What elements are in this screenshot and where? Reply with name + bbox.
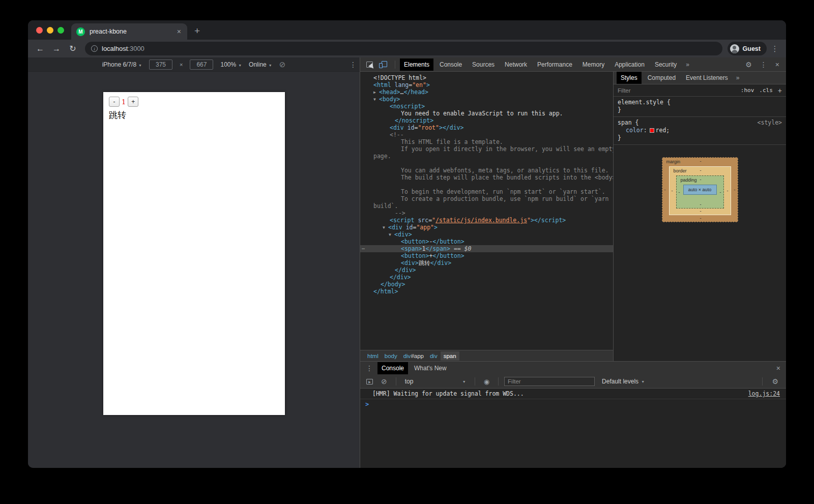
dom-node[interactable]: ▼<body> xyxy=(369,96,613,103)
dom-node[interactable]: <div id="root"></div> xyxy=(369,124,613,131)
maximize-window-button[interactable] xyxy=(57,27,64,34)
dom-node[interactable]: </body> xyxy=(369,281,613,288)
device-height-input[interactable] xyxy=(190,60,213,70)
devtools-tab-console[interactable]: Console xyxy=(435,58,466,71)
styles-tab-event-listeners[interactable]: Event Listeners xyxy=(682,72,732,84)
element-style-rule[interactable]: element.style { } xyxy=(614,97,786,117)
dom-node[interactable]: If you open it directly in the browser, … xyxy=(369,145,613,153)
box-model-padding[interactable]: padding - - - - auto × auto xyxy=(676,175,724,209)
dom-node[interactable]: <button>+</button> xyxy=(369,252,613,259)
dom-node[interactable]: </noscript> xyxy=(369,117,613,124)
zoom-select[interactable]: 100%▼ xyxy=(220,61,242,68)
dom-node[interactable] xyxy=(369,181,613,188)
site-info-icon[interactable]: i xyxy=(91,45,98,52)
settings-gear-icon[interactable]: ⚙ xyxy=(742,61,755,69)
box-model-border[interactable]: border - - - - padding - - - xyxy=(669,166,731,215)
devtools-tab-elements[interactable]: Elements xyxy=(400,58,433,71)
breadcrumb-item-body[interactable]: body xyxy=(382,351,400,361)
device-select[interactable]: iPhone 6/7/8▼ xyxy=(102,61,142,68)
devtools-tab-security[interactable]: Security xyxy=(651,58,681,71)
dom-node[interactable]: <html lang="en"> xyxy=(369,81,613,88)
new-tab-button[interactable]: + xyxy=(187,25,200,40)
dom-node[interactable]: <!DOCTYPE html> xyxy=(369,74,613,81)
span-style-rule[interactable]: span { <style> color:red; } xyxy=(614,117,786,145)
browser-tab[interactable]: M preact-kbone × xyxy=(71,23,187,40)
rule-source-link[interactable]: <style> xyxy=(758,119,782,127)
new-style-rule-icon[interactable]: + xyxy=(778,86,782,95)
more-tabs-icon[interactable]: » xyxy=(733,74,743,81)
console-tab-what-s-new[interactable]: What's New xyxy=(410,362,451,374)
dom-node[interactable]: You can add webfonts, meta tags, or anal… xyxy=(369,167,613,174)
context-select[interactable]: top ▼ xyxy=(402,378,469,385)
dom-node[interactable]: </div> xyxy=(369,274,613,281)
toggle-device-toolbar-icon[interactable] xyxy=(379,61,387,68)
increment-button[interactable]: + xyxy=(128,97,138,107)
dom-node[interactable]: <div>跳转</div> xyxy=(369,259,613,266)
tab-close-icon[interactable]: × xyxy=(176,27,182,36)
box-model-content[interactable]: auto × auto xyxy=(683,185,717,195)
drawer-menu-icon[interactable]: ⋮ xyxy=(362,364,376,372)
dom-node[interactable]: ▼<div> xyxy=(369,231,613,238)
rotate-device-icon[interactable]: ⊘ xyxy=(279,60,286,69)
pseudo-state-toggle[interactable]: :hov xyxy=(741,87,754,94)
devtools-tab-performance[interactable]: Performance xyxy=(533,58,576,71)
styles-tab-computed[interactable]: Computed xyxy=(644,72,680,84)
dom-node[interactable]: To begin the development, run `npm start… xyxy=(369,188,613,195)
breadcrumb-item-html[interactable]: html xyxy=(364,351,382,361)
styles-filter-input[interactable] xyxy=(618,87,736,94)
dom-node[interactable]: The build step will place the bundled sc… xyxy=(369,174,613,181)
breadcrumb-item-div#app[interactable]: div#app xyxy=(400,351,427,361)
dom-node[interactable] xyxy=(369,160,613,167)
close-devtools-icon[interactable]: × xyxy=(772,61,783,69)
dom-node[interactable]: build`. xyxy=(369,202,613,210)
decrement-button[interactable]: - xyxy=(109,97,120,107)
dom-node[interactable]: To create a production bundle, use `npm … xyxy=(369,195,613,202)
dom-node-selected[interactable]: …<span>1</span> == $0 xyxy=(360,245,613,252)
console-sidebar-icon[interactable]: ▶ xyxy=(366,379,373,384)
console-tab-console[interactable]: Console xyxy=(377,362,408,374)
log-levels-select[interactable]: Default levels ▼ xyxy=(598,378,649,385)
device-width-input[interactable] xyxy=(149,60,172,70)
close-window-button[interactable] xyxy=(36,27,43,34)
inspect-element-icon[interactable] xyxy=(366,62,373,68)
devtools-menu-icon[interactable]: ⋮ xyxy=(757,61,771,69)
color-swatch[interactable] xyxy=(650,128,654,133)
throttle-select[interactable]: Online▼ xyxy=(249,61,272,68)
dom-node[interactable]: <noscript> xyxy=(369,103,613,110)
console-prompt[interactable]: > xyxy=(360,399,786,409)
breadcrumb-item-div[interactable]: div xyxy=(427,351,441,361)
box-model-margin[interactable]: margin - - - - border - - - - xyxy=(662,157,738,222)
devtools-tab-network[interactable]: Network xyxy=(501,58,531,71)
devtools-tab-memory[interactable]: Memory xyxy=(578,58,608,71)
styles-tab-styles[interactable]: Styles xyxy=(617,72,642,84)
dom-node[interactable]: --> xyxy=(369,210,613,217)
dom-node[interactable]: ▼<div id="app"> xyxy=(369,224,613,231)
more-tabs-icon[interactable]: » xyxy=(683,61,692,68)
devtools-tab-application[interactable]: Application xyxy=(610,58,649,71)
dom-node[interactable]: You need to enable JavaScript to run thi… xyxy=(369,110,613,117)
dom-node[interactable]: This HTML file is a template. xyxy=(369,138,613,145)
breadcrumb-item-span[interactable]: span xyxy=(441,351,459,361)
live-expression-eye-icon[interactable]: ◉ xyxy=(484,378,489,386)
url-bar[interactable]: i localhost :3000 xyxy=(85,42,722,55)
console-source-link[interactable]: log.js:24 xyxy=(748,390,780,397)
back-icon[interactable]: ← xyxy=(33,44,47,53)
console-settings-gear-icon[interactable]: ⚙ xyxy=(768,377,782,386)
rule-selector[interactable]: span { xyxy=(618,119,639,127)
css-declaration[interactable]: color:red; xyxy=(618,127,782,134)
reload-icon[interactable]: ↻ xyxy=(66,44,80,53)
minimize-window-button[interactable] xyxy=(47,27,53,34)
devtools-tab-sources[interactable]: Sources xyxy=(468,58,499,71)
dom-node[interactable]: ▶<head>…</head> xyxy=(369,88,613,96)
dom-node[interactable]: <button>-</button> xyxy=(369,238,613,245)
console-filter-input[interactable] xyxy=(504,377,595,386)
dom-node[interactable]: </html> xyxy=(369,288,613,295)
profile-chip[interactable]: Guest xyxy=(728,42,767,55)
forward-icon[interactable]: → xyxy=(49,44,64,53)
dom-node[interactable]: page. xyxy=(369,153,613,160)
dom-node[interactable]: <script src="/static/js/index.bundle.js"… xyxy=(369,217,613,224)
clear-console-icon[interactable]: ⊘ xyxy=(381,377,387,386)
dom-node[interactable]: </div> xyxy=(369,266,613,274)
class-toggle[interactable]: .cls xyxy=(759,87,773,94)
device-toolbar-menu-icon[interactable]: ⋮ xyxy=(350,61,357,69)
